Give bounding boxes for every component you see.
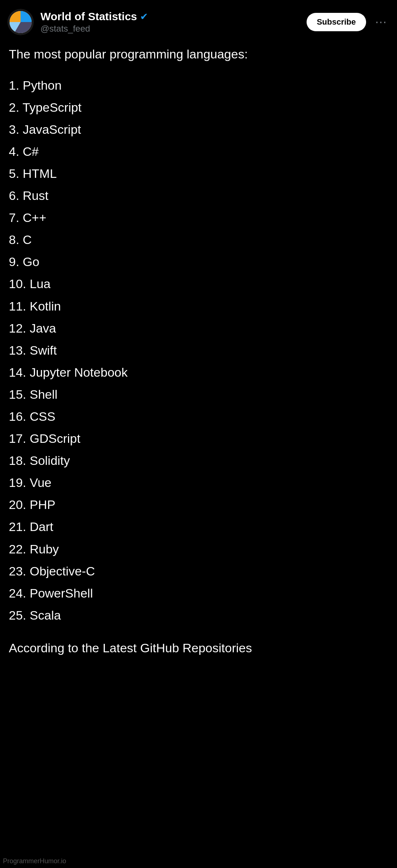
list-item: 24. PowerShell	[9, 582, 388, 604]
list-item: 11. Kotlin	[9, 295, 388, 317]
list-item: 16. CSS	[9, 405, 388, 427]
list-item: 2. TypeScript	[9, 96, 388, 118]
list-item: 13. Swift	[9, 339, 388, 361]
more-options-icon[interactable]: ⋯	[372, 14, 390, 31]
intro-text: The most popular programming languages:	[9, 46, 388, 63]
post-card: World of Statistics ✔ @stats_feed Subscr…	[0, 0, 397, 666]
list-item: 17. GDScript	[9, 427, 388, 449]
avatar[interactable]	[7, 9, 34, 35]
list-item: 22. Ruby	[9, 538, 388, 560]
subscribe-button[interactable]: Subscribe	[307, 13, 366, 31]
footer-text: According to the Latest GitHub Repositor…	[9, 639, 388, 657]
list-item: 4. C#	[9, 140, 388, 162]
post-header: World of Statistics ✔ @stats_feed Subscr…	[7, 9, 390, 35]
list-item: 21. Dart	[9, 516, 388, 538]
list-item: 9. Go	[9, 251, 388, 273]
list-item: 14. Jupyter Notebook	[9, 361, 388, 383]
list-item: 3. JavaScript	[9, 118, 388, 140]
account-handle: @stats_feed	[40, 24, 307, 34]
list-item: 6. Rust	[9, 184, 388, 207]
list-item: 15. Shell	[9, 383, 388, 405]
account-info: World of Statistics ✔ @stats_feed	[40, 10, 307, 34]
header-actions: Subscribe ⋯	[307, 13, 390, 31]
list-item: 20. PHP	[9, 494, 388, 516]
language-list: 1. Python2. TypeScript3. JavaScript4. C#…	[9, 74, 388, 626]
list-item: 5. HTML	[9, 162, 388, 184]
list-item: 19. Vue	[9, 471, 388, 494]
list-item: 25. Scala	[9, 604, 388, 626]
list-item: 10. Lua	[9, 273, 388, 295]
list-item: 7. C++	[9, 207, 388, 229]
verified-badge-icon: ✔	[140, 11, 148, 22]
list-item: 1. Python	[9, 74, 388, 96]
account-name: World of Statistics	[40, 10, 137, 23]
list-item: 8. C	[9, 229, 388, 251]
watermark: ProgrammerHumor.io	[3, 857, 66, 865]
account-name-row: World of Statistics ✔	[40, 10, 307, 23]
post-content: The most popular programming languages: …	[7, 46, 390, 657]
list-item: 12. Java	[9, 317, 388, 339]
list-item: 23. Objective-C	[9, 560, 388, 582]
list-item: 18. Solidity	[9, 449, 388, 471]
